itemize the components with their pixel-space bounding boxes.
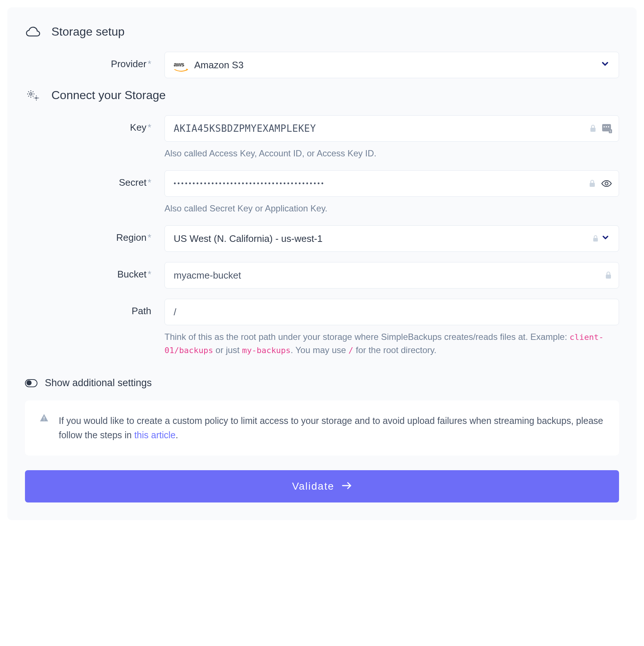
label-bucket: Bucket* [25,262,164,280]
helper-secret: Also called Secret Key or Application Ke… [164,202,619,215]
label-provider: Provider* [25,52,164,70]
section-title-storage: Storage setup [51,25,124,39]
secret-input-wrap [164,170,619,197]
svg-point-9 [36,97,37,98]
svg-line-5 [28,91,29,92]
key-input-wrap: 1 [164,115,619,142]
additional-settings-toggle[interactable] [25,379,37,387]
row-region: Region* US West (N. California) - us-wes… [25,225,619,252]
path-input-wrap [164,299,619,325]
bucket-input-wrap [164,262,619,288]
eye-icon[interactable] [601,179,612,188]
notice-link[interactable]: this article [134,430,176,440]
provider-value: Amazon S3 [194,59,600,71]
svg-rect-24 [606,275,611,279]
lock-icon [605,271,612,279]
region-select[interactable]: US West (N. California) - us-west-1 [164,225,619,252]
chevron-down-icon [600,59,610,71]
svg-point-22 [605,182,608,185]
provider-select[interactable]: aws Amazon S3 [164,52,619,78]
aws-icon: aws [174,58,188,72]
row-secret: Secret* Also called Secret Key or Applic… [25,170,619,215]
arrow-right-icon [342,480,352,492]
svg-line-8 [28,96,29,97]
label-region: Region* [25,225,164,243]
storage-setup-card: Storage setup Provider* aws Amazon S3 [7,7,637,520]
svg-line-7 [33,91,33,92]
lock-icon [592,235,599,242]
svg-rect-21 [590,183,595,187]
region-value: US West (N. California) - us-west-1 [174,233,592,244]
password-manager-icon[interactable]: 1 [602,124,612,133]
svg-rect-16 [604,126,605,127]
helper-path: Think of this as the root path under you… [164,330,619,357]
row-bucket: Bucket* [25,262,619,288]
lock-icon [589,179,596,188]
path-input[interactable] [174,299,610,325]
label-path: Path [25,299,164,317]
section-header-storage: Storage setup [25,25,619,39]
row-provider: Provider* aws Amazon S3 [25,52,619,78]
chevron-down-icon [601,233,610,244]
svg-rect-25 [44,417,44,419]
cloud-icon [25,26,41,37]
row-additional-settings: Show additional settings [25,377,619,389]
policy-notice: If you would like to create a custom pol… [25,400,619,456]
secret-input[interactable] [174,171,610,196]
svg-point-0 [30,92,32,95]
label-key: Key* [25,115,164,133]
lock-icon [589,124,597,133]
notice-text: If you would like to create a custom pol… [59,414,604,442]
section-header-connect: Connect your Storage [25,88,619,102]
key-input[interactable] [174,116,610,141]
svg-rect-18 [608,126,609,127]
row-key: Key* 1 Also called Access Key, Account I… [25,115,619,160]
validate-button[interactable]: Validate [25,470,619,502]
svg-rect-23 [593,238,598,242]
helper-key: Also called Access Key, Account ID, or A… [164,147,619,160]
row-path: Path Think of this as the root path unde… [25,299,619,357]
bucket-input[interactable] [174,262,610,288]
svg-rect-14 [590,128,596,132]
svg-rect-17 [606,126,607,127]
validate-label: Validate [292,480,334,492]
svg-rect-26 [44,420,44,420]
label-secret: Secret* [25,170,164,188]
additional-settings-label: Show additional settings [45,377,152,389]
gears-icon [25,90,41,101]
svg-text:1: 1 [609,130,611,133]
warning-icon [40,414,48,423]
svg-line-6 [33,96,33,97]
section-title-connect: Connect your Storage [51,88,166,102]
